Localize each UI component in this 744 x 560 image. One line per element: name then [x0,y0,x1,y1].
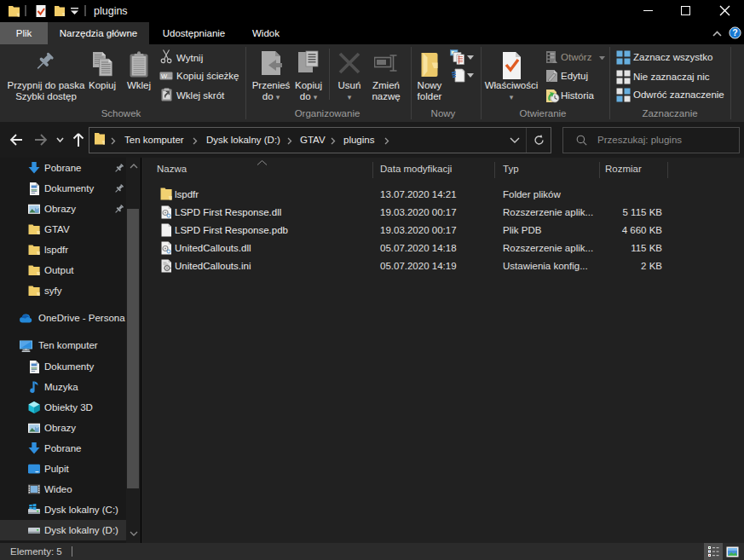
svg-text:?: ? [732,27,737,38]
svg-text:W...: W... [161,72,172,80]
